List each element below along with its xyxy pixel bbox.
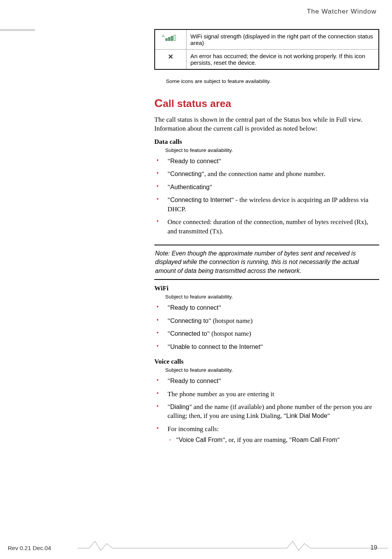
- list-item: "Ready to connect": [154, 301, 379, 314]
- svg-rect-2: [168, 37, 170, 41]
- error-icon-cell: ✕: [155, 50, 187, 70]
- svg-rect-4: [174, 35, 176, 41]
- note-text: Even though the approximate number of by…: [155, 250, 359, 274]
- note-label: Note:: [155, 250, 172, 257]
- list-item: "Voice Call From", or, if you are roamin…: [168, 434, 379, 445]
- list-item: "Connecting to Internet" - the wireless …: [154, 193, 379, 216]
- header-title: The Watcher Window: [307, 8, 376, 16]
- data-calls-subnote: Subject to feature availability.: [154, 147, 379, 153]
- wifi-heading: WiFi: [154, 285, 379, 292]
- list-item: "Unable to connect to the Internet": [154, 340, 379, 353]
- left-margin-rule: [0, 29, 35, 31]
- wifi-icon-cell: [155, 29, 187, 50]
- footer-wave-graphic: [78, 537, 388, 551]
- note-box: Note: Even though the approximate number…: [154, 245, 379, 280]
- voice-subnote: Subject to feature availability.: [154, 367, 379, 373]
- list-item: "Connecting", and the connection name an…: [154, 167, 379, 180]
- list-item: For incoming calls: "Voice Call From", o…: [154, 423, 379, 448]
- svg-rect-3: [171, 36, 173, 41]
- table-row: WiFi signal strength (displayed in the r…: [155, 29, 379, 50]
- icon-table: WiFi signal strength (displayed in the r…: [154, 29, 379, 70]
- page-number: 19: [370, 544, 377, 551]
- list-item: "Ready to connect": [154, 155, 379, 167]
- list-item: "Authenticating": [154, 181, 379, 193]
- data-calls-list: "Ready to connect" "Connecting", and the…: [154, 155, 379, 238]
- wifi-list: "Ready to connect" "Connecting to" (hots…: [154, 301, 379, 353]
- intro-text: The call status is shown in the central …: [154, 115, 379, 133]
- voice-sublist: "Voice Call From", or, if you are roamin…: [168, 434, 379, 445]
- voice-list: "Ready to connect" The phone number as y…: [154, 374, 379, 448]
- list-item: The phone number as you are entering it: [154, 388, 379, 400]
- error-desc: An error has occurred; the device is not…: [187, 50, 379, 70]
- list-item: "Connecting to" (hotspot name): [154, 314, 379, 327]
- data-calls-heading: Data calls: [154, 138, 379, 146]
- section-heading: Call status area: [154, 97, 379, 110]
- error-icon: ✕: [168, 53, 173, 60]
- wifi-desc: WiFi signal strength (displayed in the r…: [187, 29, 379, 50]
- section-heading-rest: all status area: [163, 98, 231, 109]
- list-item: Once connected: duration of the connecti…: [154, 216, 379, 238]
- svg-rect-1: [166, 38, 168, 41]
- table-row: ✕ An error has occurred; the device is n…: [155, 50, 379, 70]
- footer: Rev 0.21 Dec.04 19: [8, 540, 384, 551]
- list-item: "Connected to" (hotspot name): [154, 327, 379, 340]
- main-content: WiFi signal strength (displayed in the r…: [154, 29, 379, 448]
- footer-rev: Rev 0.21 Dec.04: [8, 545, 51, 551]
- icon-caption: Some icons are subject to feature availa…: [154, 70, 379, 87]
- list-item: "Ready to connect": [154, 374, 379, 387]
- wifi-subnote: Subject to feature availability.: [154, 294, 379, 300]
- section-heading-initial: C: [154, 97, 163, 109]
- wifi-icon: [161, 36, 180, 43]
- list-item: "Dialing" and the name (if available) an…: [154, 400, 379, 423]
- voice-heading: Voice calls: [154, 358, 379, 366]
- svg-point-0: [163, 35, 164, 36]
